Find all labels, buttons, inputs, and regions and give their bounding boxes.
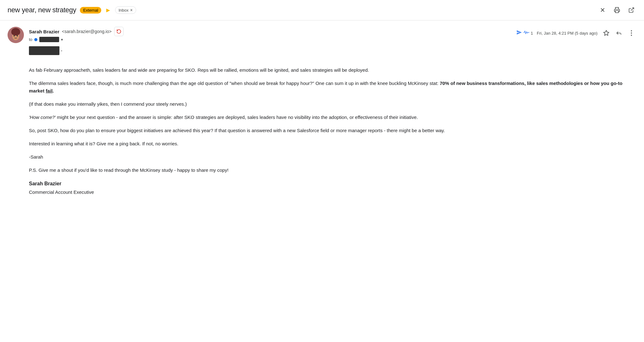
paragraph-2-end: .	[53, 88, 54, 93]
signature-name: Sarah Brazier	[29, 180, 636, 188]
close-button[interactable]: ✕	[597, 5, 608, 15]
tracking-badge: 1	[516, 30, 533, 36]
signature-closing: -Sarah	[29, 153, 636, 161]
gong-count: 1	[531, 31, 533, 36]
email-date: Fri, Jan 28, 4:21 PM (5 days ago)	[537, 31, 597, 36]
inbox-label: Inbox	[119, 8, 129, 13]
recipient-status-dot	[34, 38, 37, 41]
external-badge: External	[80, 7, 101, 14]
svg-point-6	[14, 35, 15, 36]
paragraph-4: 'How come?' might be your next question …	[29, 114, 636, 121]
paragraph-2: The dilemma sales leaders face, though, …	[29, 80, 636, 95]
svg-point-7	[17, 35, 18, 36]
signature-title: Commercial Account Executive	[29, 188, 636, 196]
meta-action-icons	[601, 28, 636, 38]
svg-point-11	[631, 35, 632, 36]
paragraph-5: So, post SKO, how do you plan to ensure …	[29, 127, 636, 134]
paragraph-2-bold-underline: fail	[46, 88, 53, 93]
paragraph-4-rest: might be your next question - and the an…	[56, 115, 418, 120]
redacted-greeting: ████████	[29, 46, 59, 55]
email-body: ████████ - As fab February approacheth, …	[0, 46, 644, 204]
email-subject: new year, new strategy	[8, 6, 76, 14]
email-header: new year, new strategy External ► Inbox …	[0, 0, 644, 20]
email-meta: Sarah Brazier <sarah.brazier@gong.io> to…	[0, 20, 644, 46]
header-actions: ✕	[597, 5, 636, 15]
ps-line: P.S. Give me a shout if you'd like to re…	[29, 166, 636, 174]
svg-point-9	[631, 30, 632, 31]
svg-rect-0	[615, 11, 619, 13]
svg-point-5	[11, 29, 20, 36]
inbox-close-icon[interactable]: ×	[130, 8, 133, 13]
svg-marker-8	[604, 31, 609, 36]
popout-button[interactable]	[626, 5, 636, 15]
greeting-separator: -	[61, 48, 62, 53]
paragraph-2-pre: The dilemma sales leaders face, though, …	[29, 81, 440, 86]
sender-name-row: Sarah Brazier <sarah.brazier@gong.io>	[29, 27, 511, 36]
svg-line-1	[631, 8, 634, 11]
inbox-badge[interactable]: Inbox ×	[115, 6, 136, 14]
add-to-contacts-icon[interactable]	[114, 27, 124, 36]
print-button[interactable]	[612, 5, 622, 15]
paragraph-3: (If that does make you internally yikes,…	[29, 100, 636, 108]
paragraph-4-italic: 'How come?'	[29, 115, 56, 120]
to-row: to ██████ ▾	[29, 37, 511, 42]
paragraph-1: As fab February approacheth, sales leade…	[29, 66, 636, 74]
sender-email: <sarah.brazier@gong.io>	[62, 29, 112, 34]
activity-icon	[523, 30, 530, 36]
arrow-icon: ►	[105, 7, 111, 13]
more-options-button[interactable]	[626, 28, 636, 38]
to-label: to	[29, 37, 32, 42]
svg-point-10	[631, 32, 632, 34]
star-button[interactable]	[601, 28, 611, 38]
reply-button[interactable]	[614, 28, 624, 38]
paragraph-6: Interested in learning what it is? Give …	[29, 140, 636, 148]
expand-recipients-icon[interactable]: ▾	[61, 37, 63, 42]
email-window: new year, new strategy External ► Inbox …	[0, 0, 644, 342]
recipient-name: ██████	[39, 37, 59, 42]
signature-block: Sarah Brazier Commercial Account Executi…	[29, 180, 636, 196]
send-icon	[516, 30, 522, 36]
meta-right: 1 Fri, Jan 28, 4:21 PM (5 days ago)	[516, 28, 636, 38]
sender-avatar	[8, 27, 24, 43]
sender-info: Sarah Brazier <sarah.brazier@gong.io> to…	[29, 27, 511, 42]
sender-name: Sarah Brazier	[29, 29, 59, 34]
redacted-greeting-line: ████████ -	[29, 46, 636, 61]
